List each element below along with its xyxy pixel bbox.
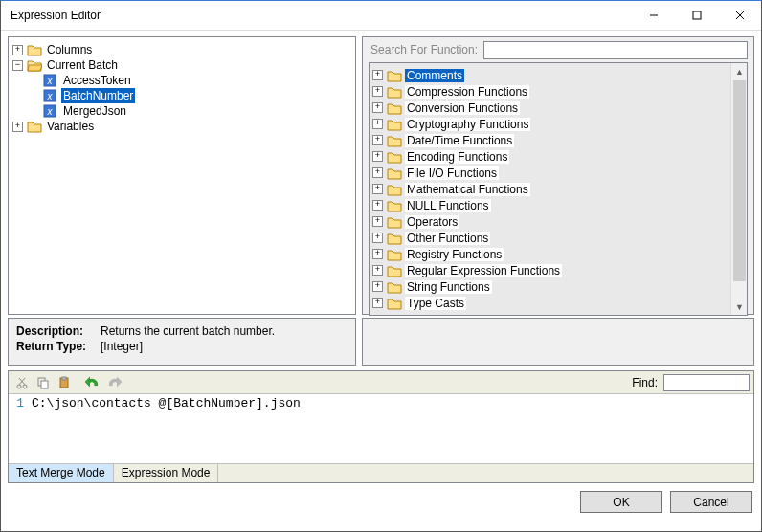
svg-rect-15 <box>41 381 48 388</box>
find-label: Find: <box>632 376 658 389</box>
function-category[interactable]: +Mathematical Functions <box>372 181 728 197</box>
folder-icon <box>387 166 402 180</box>
function-category[interactable]: +Other Functions <box>372 230 728 246</box>
folder-icon <box>387 118 402 131</box>
folder-icon <box>387 297 402 310</box>
expand-icon[interactable]: + <box>372 135 383 145</box>
folder-icon <box>387 183 402 196</box>
category-label: Comments <box>405 69 464 82</box>
expand-icon[interactable]: + <box>372 70 383 80</box>
function-category[interactable]: +Date/Time Functions <box>372 132 728 148</box>
svg-point-10 <box>17 385 21 388</box>
function-category[interactable]: +Compression Functions <box>372 83 728 100</box>
expand-icon[interactable]: + <box>372 151 383 162</box>
tab-expression-mode[interactable]: Expression Mode <box>114 464 219 482</box>
folder-icon <box>387 232 402 245</box>
category-label: Registry Functions <box>405 248 504 261</box>
function-category[interactable]: +File I/O Functions <box>372 165 728 181</box>
category-label: Conversion Functions <box>405 101 520 115</box>
paste-button[interactable] <box>55 373 74 392</box>
folder-icon <box>387 101 402 115</box>
description-label: Description: <box>16 324 101 338</box>
expand-icon[interactable]: + <box>372 265 383 276</box>
maximize-button[interactable] <box>675 1 718 30</box>
code-text[interactable]: C:\json\contacts @[BatchNumber].json <box>28 394 753 463</box>
function-category[interactable]: +String Functions <box>372 278 728 295</box>
scrollbar[interactable]: ▲ ▼ <box>730 63 747 315</box>
tree-node-accesstoken[interactable]: x AccessToken <box>12 73 351 88</box>
ok-button[interactable]: OK <box>580 491 662 513</box>
svg-text:x: x <box>47 106 54 117</box>
tree-node-variables[interactable]: + Variables <box>12 119 351 134</box>
category-label: String Functions <box>405 280 492 294</box>
function-category[interactable]: +Encoding Functions <box>372 148 728 165</box>
function-category[interactable]: +Regular Expression Functions <box>372 262 728 278</box>
tree-node-batchnumber[interactable]: x BatchNumber <box>12 88 351 103</box>
tree-node-mergedjson[interactable]: x MergedJson <box>12 103 351 119</box>
folder-icon <box>387 85 402 99</box>
variable-icon: x <box>43 74 58 87</box>
function-search-input[interactable] <box>483 41 748 59</box>
expand-icon[interactable]: + <box>372 233 383 243</box>
expand-icon[interactable]: + <box>372 184 383 194</box>
expand-icon[interactable]: + <box>12 122 23 132</box>
category-label: Encoding Functions <box>405 150 509 164</box>
line-number-gutter: 1 <box>9 394 28 463</box>
expand-icon[interactable]: + <box>372 102 383 113</box>
folder-icon <box>387 215 402 229</box>
folder-icon <box>387 248 402 261</box>
function-category[interactable]: +Cryptography Functions <box>372 116 728 132</box>
find-input[interactable] <box>663 374 750 391</box>
function-category[interactable]: +Conversion Functions <box>372 100 728 116</box>
tab-text-merge-mode[interactable]: Text Merge Mode <box>9 464 114 482</box>
tree-label: AccessToken <box>61 73 133 88</box>
scroll-up-icon[interactable]: ▲ <box>731 63 748 79</box>
svg-point-11 <box>23 385 27 388</box>
undo-button[interactable] <box>83 373 102 392</box>
expand-icon[interactable]: + <box>12 45 23 55</box>
function-category[interactable]: +NULL Functions <box>372 197 728 213</box>
category-label: Operators <box>405 215 459 229</box>
copy-button[interactable] <box>34 373 53 392</box>
folder-icon <box>387 264 402 277</box>
function-category[interactable]: +Registry Functions <box>372 246 728 262</box>
search-label: Search For Function: <box>370 43 478 56</box>
expand-icon[interactable]: + <box>372 249 383 259</box>
variable-icon: x <box>43 89 58 102</box>
fields-tree[interactable]: + Columns − Current Batch <box>9 37 355 139</box>
tree-node-current-batch[interactable]: − Current Batch <box>12 57 351 73</box>
function-panel: Search For Function: +Comments+Compressi… <box>362 36 754 315</box>
redo-button[interactable] <box>104 373 123 392</box>
function-category[interactable]: +Operators <box>372 213 728 230</box>
expand-icon[interactable]: + <box>372 119 383 129</box>
svg-rect-17 <box>62 377 66 380</box>
expand-icon[interactable]: + <box>372 216 383 227</box>
scroll-thumb[interactable] <box>733 80 746 281</box>
editor-mode-tabs: Text Merge Mode Expression Mode <box>9 463 753 482</box>
folder-icon <box>27 43 42 56</box>
function-search-bar: Search For Function: <box>363 37 753 62</box>
minimize-button[interactable] <box>632 1 675 30</box>
folder-icon <box>387 150 402 164</box>
expand-icon[interactable]: + <box>372 167 383 178</box>
expand-icon[interactable]: + <box>372 281 383 292</box>
code-editor[interactable]: 1 C:\json\contacts @[BatchNumber].json <box>9 394 753 463</box>
svg-text:x: x <box>47 76 54 86</box>
expand-icon[interactable]: + <box>372 298 383 308</box>
svg-rect-1 <box>693 11 701 19</box>
collapse-icon[interactable]: − <box>12 60 23 71</box>
function-category[interactable]: +Comments <box>372 67 728 83</box>
expand-icon[interactable]: + <box>372 86 383 97</box>
scroll-down-icon[interactable]: ▼ <box>731 299 748 315</box>
category-label: Cryptography Functions <box>405 118 530 131</box>
description-panel: Description: Returns the current batch n… <box>8 318 356 366</box>
tree-node-columns[interactable]: + Columns <box>12 42 351 57</box>
function-tree[interactable]: +Comments+Compression Functions+Conversi… <box>370 63 730 315</box>
close-button[interactable] <box>718 1 761 30</box>
cancel-button[interactable]: Cancel <box>670 491 752 513</box>
line-number: 1 <box>9 396 24 410</box>
tree-label: Variables <box>45 119 96 134</box>
expand-icon[interactable]: + <box>372 200 383 211</box>
function-category[interactable]: +Type Casts <box>372 295 728 311</box>
cut-button[interactable] <box>12 373 32 392</box>
